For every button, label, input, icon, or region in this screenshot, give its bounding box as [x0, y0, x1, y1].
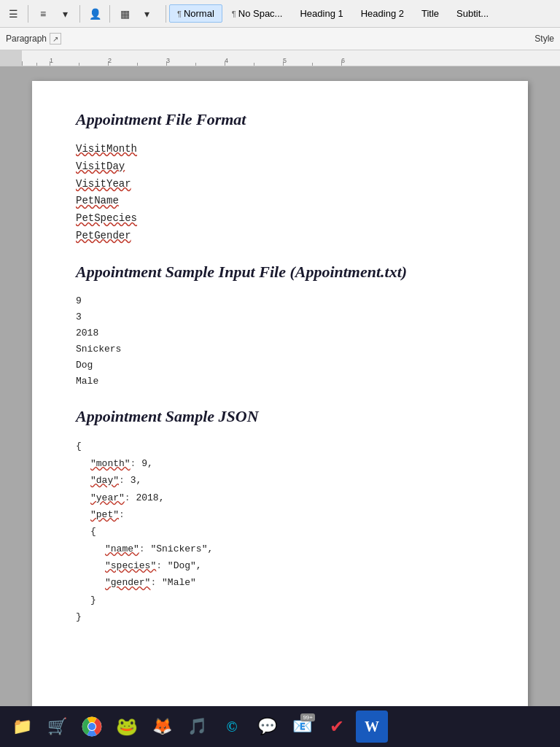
- ruler-tick-s6: [312, 63, 313, 66]
- style-normal-label: Normal: [184, 8, 214, 19]
- ruler-inner: 1 2 3 4 5 6: [0, 50, 560, 66]
- taskbar-net-icon[interactable]: ©: [216, 711, 248, 743]
- json-val-gender: "Male": [162, 577, 196, 588]
- style-subtitle-label: Subtit...: [456, 8, 489, 19]
- ruler-tick-s1: [36, 63, 37, 66]
- json-val-year: 2018,: [136, 492, 164, 503]
- json-colon-3: :: [125, 492, 131, 503]
- svg-point-2: [88, 723, 96, 730]
- ruler-tick-0: [22, 61, 23, 66]
- ruler-tick-4: [225, 61, 225, 66]
- value-year: 2018: [76, 325, 484, 341]
- email-badge: 99+: [300, 713, 315, 721]
- heading-sample-input: Appointment Sample Input File (Appointme…: [76, 263, 484, 282]
- json-key-month: "month": [90, 458, 131, 469]
- style-heading2-label: Heading 2: [361, 8, 404, 19]
- separator-1: [28, 5, 28, 23]
- json-key-name: "name": [105, 543, 139, 554]
- ruler-tick-s4: [195, 63, 196, 66]
- style-normal[interactable]: ¶ Normal: [169, 4, 222, 23]
- document-area[interactable]: Appointment File Format VisitMonth Visit…: [0, 66, 560, 706]
- style-subtitle[interactable]: Subtit...: [448, 4, 497, 23]
- field-petname: PetName: [76, 193, 484, 210]
- style-no-spacing[interactable]: ¶ No Spac...: [224, 4, 291, 23]
- ruler-tick-s5: [254, 63, 254, 66]
- sample-input-values: 9 3 2018 Snickers Dog Male: [76, 293, 484, 390]
- ruler-tick-1: [50, 61, 50, 66]
- list-style-icon[interactable]: ≡: [33, 4, 53, 24]
- json-colon-1: :: [131, 458, 136, 469]
- menu-icon[interactable]: ☰: [3, 4, 23, 24]
- list-dropdown-icon[interactable]: ▾: [55, 4, 75, 24]
- value-species: Dog: [76, 357, 484, 374]
- json-species-line: "species": "Dog",: [76, 557, 484, 574]
- ruler: 1 2 3 4 5 6: [0, 50, 560, 66]
- document-page: Appointment File Format VisitMonth Visit…: [32, 81, 528, 706]
- json-colon-5: :: [139, 543, 145, 554]
- field-petspecies: PetSpecies: [76, 210, 484, 228]
- taskbar-music-icon[interactable]: 🎵: [181, 711, 213, 743]
- json-colon-4: :: [119, 509, 125, 520]
- styles-label: Style: [534, 34, 554, 44]
- json-colon-6: :: [156, 560, 162, 571]
- json-pet-close: }: [76, 592, 484, 608]
- json-colon-7: :: [150, 577, 156, 588]
- taskbar-word-icon[interactable]: W: [356, 711, 388, 743]
- json-val-month: 9,: [141, 458, 153, 469]
- json-day-line: "day": 3,: [76, 472, 484, 489]
- field-petgender: PetGender: [76, 228, 484, 245]
- style-heading2[interactable]: Heading 2: [353, 4, 412, 23]
- separator-3: [109, 5, 110, 23]
- ruler-tick-3: [166, 61, 167, 66]
- normal-para-mark: ¶: [177, 9, 182, 18]
- value-name: Snickers: [76, 341, 484, 357]
- style-buttons-group: ¶ Normal ¶ No Spac... Heading 1 Heading …: [169, 4, 497, 23]
- style-no-spacing-label: No Spac...: [238, 8, 283, 19]
- taskbar-email-icon[interactable]: 📧 99+: [286, 711, 318, 743]
- json-pet-key-line: "pet":: [76, 506, 484, 523]
- taskbar-folder-icon[interactable]: 📁: [6, 711, 38, 743]
- json-key-species: "species": [105, 560, 156, 571]
- expand-paragraph-icon[interactable]: ↗: [50, 33, 61, 44]
- ruler-tick-5: [283, 61, 284, 66]
- shading-dropdown-icon[interactable]: ▾: [136, 4, 157, 24]
- ruler-tick-2: [108, 61, 109, 66]
- style-title[interactable]: Title: [413, 4, 447, 23]
- style-heading1[interactable]: Heading 1: [292, 4, 351, 23]
- ribbon-icons-group: ☰ ≡ ▾ 👤 ▦ ▾: [3, 4, 157, 24]
- section-appointment-format: Appointment File Format VisitMonth Visit…: [76, 110, 484, 245]
- field-visityear: VisitYear: [76, 176, 484, 193]
- taskbar-frog-icon[interactable]: 🐸: [111, 711, 143, 743]
- heading-sample-json: Appointment Sample JSON: [76, 407, 484, 426]
- taskbar-check-icon[interactable]: ✔: [321, 711, 353, 743]
- json-key-day: "day": [90, 475, 119, 486]
- json-gender-line: "gender": "Male": [76, 574, 484, 591]
- json-colon-2: :: [119, 475, 125, 486]
- field-visitday: VisitDay: [76, 158, 484, 176]
- json-year-line: "year": 2018,: [76, 489, 484, 506]
- json-content: { "month": 9, "day": 3, "year": 2018, "p…: [76, 438, 484, 625]
- shading-icon[interactable]: ▦: [114, 4, 135, 24]
- taskbar: 📁 🛒 🐸 🦊 🎵 © 💬 📧 99+ ✔ W: [0, 706, 560, 747]
- json-name-line: "name": "Snickers",: [76, 541, 484, 557]
- field-list: VisitMonth VisitDay VisitYear PetName Pe…: [76, 141, 484, 245]
- value-gender: Male: [76, 374, 484, 390]
- value-day: 3: [76, 309, 484, 325]
- json-key-pet: "pet": [90, 509, 119, 520]
- json-month-line: "month": 9,: [76, 455, 484, 472]
- section-sample-json: Appointment Sample JSON { "month": 9, "d…: [76, 407, 484, 625]
- json-pet-open: {: [76, 523, 484, 540]
- paragraph-label: Paragraph: [6, 34, 47, 44]
- taskbar-whatsapp-icon[interactable]: 💬: [251, 711, 283, 743]
- no-spacing-para-mark: ¶: [232, 9, 236, 18]
- taskbar-chrome-icon[interactable]: [76, 711, 108, 743]
- json-val-day: 3,: [131, 475, 142, 486]
- ribbon: ☰ ≡ ▾ 👤 ▦ ▾ ¶ Normal ¶ No Spac... Headin…: [0, 0, 560, 50]
- section-sample-input: Appointment Sample Input File (Appointme…: [76, 263, 484, 390]
- value-month: 9: [76, 293, 484, 309]
- taskbar-firefox-icon[interactable]: 🦊: [146, 711, 178, 743]
- user-icon[interactable]: 👤: [85, 4, 105, 24]
- json-close-brace: }: [76, 608, 484, 625]
- taskbar-store-icon[interactable]: 🛒: [41, 711, 73, 743]
- separator-main: [166, 5, 166, 23]
